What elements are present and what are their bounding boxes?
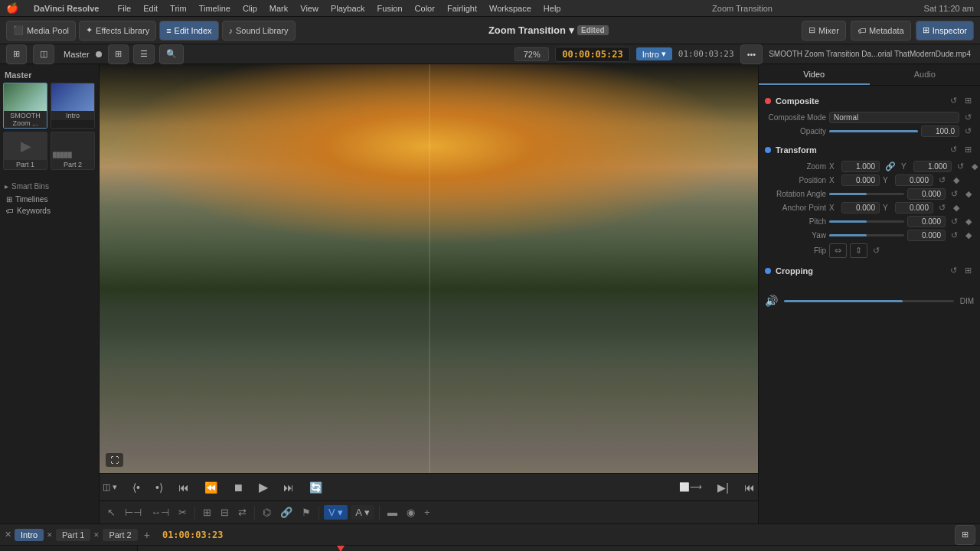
timeline-tab-part2[interactable]: Part 2 <box>103 529 137 541</box>
timeline-tab-intro[interactable]: Intro <box>15 529 44 541</box>
volume-slider[interactable] <box>784 300 954 302</box>
composite-expand-btn[interactable]: ⊞ <box>962 95 974 106</box>
metadata-btn[interactable]: 🏷 Metadata <box>851 21 911 41</box>
inspector-btn[interactable]: ⊞ Inspector <box>916 21 974 41</box>
timeline-tab-part1[interactable]: Part 1 <box>56 529 90 541</box>
cropping-section-header[interactable]: Cropping ↺ ⊞ <box>765 260 974 279</box>
close-tab2-icon[interactable]: ✕ <box>93 531 100 539</box>
layout-grid-btn[interactable]: ◫ <box>33 44 54 64</box>
wave-btn[interactable]: ◉ <box>403 505 418 520</box>
more-options-btn[interactable]: ••• <box>740 44 763 64</box>
menu-trim[interactable]: Trim <box>170 4 187 13</box>
menu-mark[interactable]: Mark <box>270 4 288 13</box>
overwrite-tool[interactable]: ⊟ <box>217 505 232 520</box>
menu-view[interactable]: View <box>300 4 318 13</box>
step-back-btn[interactable]: ⟨• <box>129 480 143 495</box>
go-end-btn[interactable]: ⏭ <box>280 480 297 495</box>
transform-section-header[interactable]: Transform ↺ ⊞ <box>765 139 974 158</box>
smart-bin-keywords[interactable]: 🏷 Keywords <box>3 205 96 217</box>
position-x-value[interactable]: 0.000 <box>841 174 880 186</box>
select-tool[interactable]: ↖ <box>104 505 119 520</box>
view-grid-btn[interactable]: ⊞ <box>108 44 129 64</box>
link-btn[interactable]: 🔗 <box>277 505 296 520</box>
intro-badge[interactable]: Intro ▾ <box>636 47 672 60</box>
yaw-reset[interactable]: ↺ <box>949 230 960 241</box>
go-start-btn[interactable]: ⏮ <box>175 480 192 495</box>
step-forward-btn[interactable]: •⟩ <box>152 480 166 495</box>
menu-workspace[interactable]: Workspace <box>489 4 531 13</box>
composite-mode-select[interactable]: Normal <box>829 112 959 123</box>
tab-video[interactable]: Video <box>759 64 870 85</box>
cropping-expand-btn[interactable]: ⊞ <box>962 265 974 276</box>
position-y-value[interactable]: 0.000 <box>895 174 933 186</box>
subtitle-btn[interactable]: ▬ <box>384 505 400 520</box>
anchor-keyframe[interactable]: ◆ <box>951 202 962 214</box>
panel-toggle-btn[interactable]: ⊞ <box>6 44 27 64</box>
opacity-slider[interactable] <box>829 130 918 132</box>
stop-btn[interactable]: ⏹ <box>230 480 247 495</box>
rotation-reset[interactable]: ↺ <box>949 188 960 200</box>
pitch-reset[interactable]: ↺ <box>949 216 960 227</box>
play-btn[interactable]: ▶ <box>256 478 271 496</box>
menu-help[interactable]: Help <box>544 4 561 13</box>
composite-section-header[interactable]: Composite ↺ ⊞ <box>765 90 974 109</box>
audio-btn[interactable]: ⏮ <box>741 480 758 495</box>
pitch-keyframe[interactable]: ◆ <box>963 216 974 227</box>
project-dropdown-icon[interactable]: ▾ <box>569 24 574 36</box>
zoom-reset[interactable]: ↺ <box>955 161 966 172</box>
yaw-keyframe[interactable]: ◆ <box>963 230 974 241</box>
close-tab-icon[interactable]: ✕ <box>47 531 53 539</box>
effects-library-btn[interactable]: ✦ Effects Library <box>79 21 156 41</box>
rewind-btn[interactable]: ⏪ <box>201 480 220 495</box>
opacity-reset[interactable]: ↺ <box>962 126 974 137</box>
menu-edit[interactable]: Edit <box>143 4 158 13</box>
snap-btn[interactable]: ⌬ <box>260 505 274 520</box>
menu-clip[interactable]: Clip <box>243 4 257 13</box>
flip-v-btn[interactable]: ⇕ <box>850 243 867 258</box>
clip-part2[interactable]: ▉▉▉▉▉ Part 2 <box>51 132 95 170</box>
search-btn[interactable]: 🔍 <box>159 44 184 64</box>
rotation-slider[interactable] <box>829 193 904 195</box>
media-pool-btn[interactable]: ⬛ Media Pool <box>6 21 76 41</box>
composite-reset-btn[interactable]: ↺ <box>948 95 959 106</box>
anchor-x-value[interactable]: 0.000 <box>841 202 880 214</box>
smart-bins-header[interactable]: ▸ Smart Bins <box>3 176 96 194</box>
clip-intro[interactable]: Intro <box>51 83 95 129</box>
flag-btn[interactable]: ⚑ <box>299 505 314 520</box>
add-btn[interactable]: + <box>421 505 433 520</box>
composite-mode-reset[interactable]: ↺ <box>962 112 974 123</box>
cropping-reset-btn[interactable]: ↺ <box>948 265 959 276</box>
blade-tool[interactable]: ✂ <box>175 505 190 520</box>
zoom-x-value[interactable]: 1.000 <box>841 161 880 172</box>
anchor-y-value[interactable]: 0.000 <box>895 202 933 214</box>
menu-color[interactable]: Color <box>415 4 435 13</box>
position-reset[interactable]: ↺ <box>936 174 948 186</box>
menu-timeline[interactable]: Timeline <box>199 4 230 13</box>
frame-select-btn[interactable]: ◫ ▾ <box>100 481 120 494</box>
menu-playback[interactable]: Playback <box>331 4 365 13</box>
menu-file[interactable]: File <box>117 4 131 13</box>
position-keyframe[interactable]: ◆ <box>951 174 962 186</box>
replace-tool[interactable]: ⇄ <box>235 505 250 520</box>
fullscreen-btn[interactable]: ⛶ <box>106 453 123 467</box>
clip-part1[interactable]: ▶ Part 1 <box>3 132 47 170</box>
anchor-reset[interactable]: ↺ <box>936 202 948 214</box>
yaw-slider[interactable] <box>829 234 904 236</box>
next-frame-btn[interactable]: ▶| <box>714 480 732 495</box>
sound-library-btn[interactable]: ♪ Sound Library <box>222 21 296 41</box>
flip-reset[interactable]: ↺ <box>871 245 882 256</box>
pitch-slider[interactable] <box>829 220 904 223</box>
view-list-btn[interactable]: ☰ <box>133 44 155 64</box>
trim-tool[interactable]: ⊢⊣ <box>122 505 145 520</box>
zoom-link-btn[interactable]: 🔗 <box>883 161 898 172</box>
video-only-btn[interactable]: V ▾ <box>324 505 348 520</box>
rotation-keyframe[interactable]: ◆ <box>963 188 974 200</box>
add-tab-icon[interactable]: + <box>141 527 153 543</box>
loop-btn[interactable]: 🔄 <box>306 480 325 495</box>
audio-only-btn[interactable]: A ▾ <box>351 505 374 520</box>
zoom-y-value[interactable]: 1.000 <box>913 161 952 172</box>
transform-reset-btn[interactable]: ↺ <box>948 144 959 155</box>
flip-h-btn[interactable]: ⇔ <box>829 243 847 258</box>
edit-index-btn[interactable]: ≡ Edit Index <box>159 21 218 41</box>
tab-audio[interactable]: Audio <box>870 64 981 85</box>
